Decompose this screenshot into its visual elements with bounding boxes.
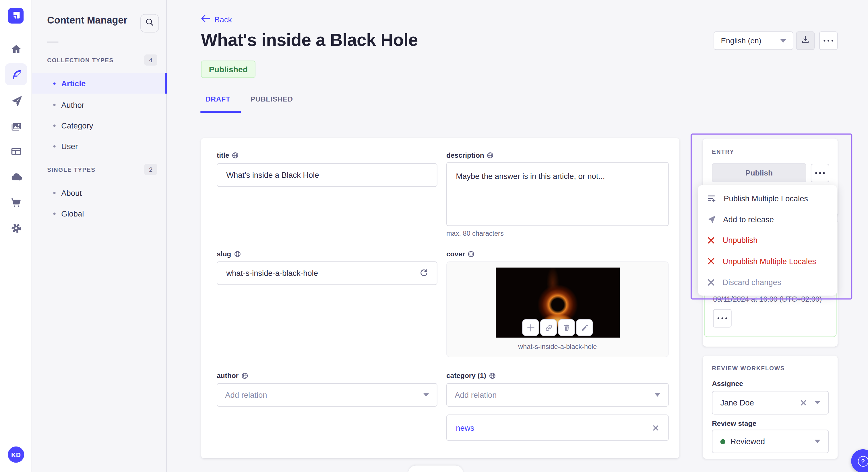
chevron-down-icon [815, 401, 820, 405]
clear-assignee-icon[interactable] [800, 400, 807, 406]
globe-icon [489, 372, 495, 379]
delete-media-button[interactable] [558, 319, 575, 336]
active-tab-indicator [200, 111, 241, 113]
media-library-icon[interactable] [5, 115, 27, 137]
collection-types-count-badge: 4 [144, 55, 157, 66]
sidebar-item-about[interactable]: About [32, 182, 166, 203]
add-media-button[interactable] [522, 319, 539, 336]
sidebar-item-author[interactable]: Author [32, 94, 166, 115]
content-manager-sidebar: Content Manager COLLECTION TYPES 4 Artic… [32, 0, 166, 472]
more-options-icon [824, 40, 833, 42]
chevron-down-icon [423, 393, 429, 397]
slug-field-label: slug [217, 250, 241, 258]
title-input[interactable] [217, 163, 437, 187]
regenerate-slug-icon[interactable] [419, 268, 429, 280]
help-button[interactable]: ? [851, 449, 868, 472]
bullet-icon [53, 103, 56, 106]
review-stage-select[interactable]: Reviewed [712, 430, 829, 453]
entry-panel-title: ENTRY [712, 148, 734, 155]
menu-item-add-to-release[interactable]: Add to release [698, 209, 837, 230]
list-plus-icon [707, 194, 716, 203]
search-icon [145, 18, 154, 29]
link-icon [544, 324, 553, 332]
user-avatar[interactable]: KD [8, 446, 24, 463]
cloud-icon[interactable] [5, 166, 27, 188]
release-more-button[interactable] [713, 309, 732, 328]
search-button[interactable] [141, 14, 159, 33]
globe-icon [468, 250, 474, 257]
remove-tag-icon[interactable] [652, 425, 659, 431]
marketplace-icon[interactable] [5, 191, 27, 213]
sidebar-title: Content Manager [47, 14, 127, 26]
app-rail: KD [0, 0, 32, 472]
status-badge: Published [201, 61, 255, 78]
globe-icon [487, 152, 494, 159]
settings-gear-icon[interactable] [5, 217, 27, 239]
bullet-icon [53, 82, 56, 85]
copy-link-button[interactable] [540, 319, 557, 336]
description-field-label: description [446, 151, 494, 159]
download-button[interactable] [796, 32, 815, 50]
stage-status-dot [720, 439, 725, 444]
cover-filename: what-s-inside-a-black-hole [446, 343, 669, 350]
category-tag-row: news [446, 414, 669, 441]
bullet-icon [53, 145, 56, 147]
menu-item-publish-multiple-locales[interactable]: Publish Multiple Locales [698, 188, 837, 209]
category-relation-select[interactable]: Add relation [446, 383, 669, 407]
section-collection-types: COLLECTION TYPES [47, 57, 114, 63]
more-options-icon [815, 172, 825, 174]
author-relation-select[interactable]: Add relation [217, 383, 437, 407]
cross-icon [707, 236, 715, 244]
menu-item-unpublish-multiple-locales[interactable]: Unpublish Multiple Locales [698, 251, 837, 272]
pencil-icon [580, 324, 589, 332]
content-manager-icon[interactable] [5, 63, 27, 85]
more-options-button[interactable] [819, 32, 838, 50]
bullet-icon [53, 124, 56, 127]
assignee-select[interactable]: Jane Doe [712, 391, 829, 414]
assignee-label: Assignee [712, 380, 743, 387]
globe-icon [234, 250, 241, 257]
category-field-label: category (1) [446, 372, 496, 380]
entry-more-button[interactable] [811, 164, 829, 182]
cross-icon [707, 257, 715, 266]
locale-select[interactable]: English (en) [714, 32, 794, 50]
description-textarea[interactable]: Maybe the answer is in this article, or … [446, 162, 669, 226]
plus-icon [526, 324, 535, 332]
strapi-logo[interactable] [8, 8, 24, 24]
releases-icon[interactable] [5, 90, 27, 111]
bullet-icon [53, 192, 56, 194]
cover-field-label: cover [446, 250, 475, 258]
publish-button[interactable]: Publish [712, 163, 806, 182]
category-tag-news[interactable]: news [456, 423, 474, 432]
tab-draft[interactable]: DRAFT [206, 96, 230, 103]
sidebar-item-user[interactable]: User [32, 136, 166, 156]
bullet-icon [53, 212, 56, 214]
slug-input[interactable] [217, 261, 437, 285]
content-type-builder-icon[interactable] [5, 140, 27, 162]
sidebar-item-global[interactable]: Global [32, 203, 166, 224]
menu-item-unpublish[interactable]: Unpublish [698, 230, 837, 251]
scheduled-date: 09/11/2024 at 16:00 (UTC+02:00) [713, 295, 822, 303]
page-title: What's inside a Black Hole [201, 30, 418, 50]
globe-icon [232, 152, 239, 159]
collapsed-bottom-panel[interactable] [408, 465, 463, 472]
cross-icon [707, 278, 715, 286]
sidebar-item-article[interactable]: Article [32, 73, 166, 94]
chevron-down-icon [780, 39, 786, 42]
divider [47, 42, 58, 43]
download-icon [801, 35, 810, 46]
section-single-types: SINGLE TYPES [47, 166, 95, 173]
edit-media-button[interactable] [576, 319, 593, 336]
arrow-left-icon [201, 14, 210, 24]
back-link[interactable]: Back [201, 14, 232, 24]
chevron-down-icon [815, 440, 820, 443]
paper-plane-icon [707, 215, 716, 224]
more-options-icon [718, 317, 727, 319]
question-mark-icon: ? [858, 456, 868, 466]
sidebar-item-category[interactable]: Category [32, 115, 166, 136]
home-icon[interactable] [5, 38, 27, 60]
review-stage-label: Review stage [712, 419, 756, 427]
trash-icon [562, 324, 570, 332]
menu-item-discard-changes[interactable]: Discard changes [698, 272, 837, 293]
tab-published[interactable]: PUBLISHED [250, 96, 293, 103]
